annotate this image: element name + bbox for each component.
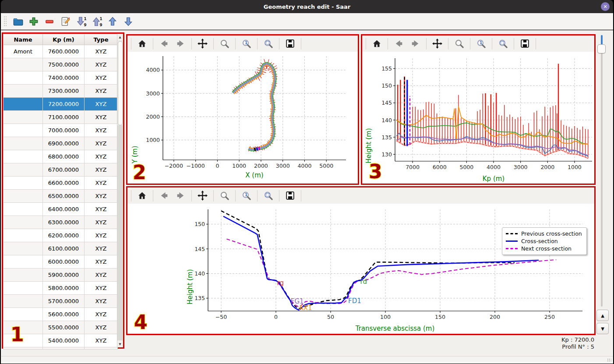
table-row[interactable]: 6200.0000XYZ — [4, 229, 118, 242]
table-row[interactable]: Amont7600.0000XYZ — [4, 45, 118, 58]
table-cell[interactable]: 6900.0000 — [43, 137, 85, 150]
table-row[interactable]: 6600.0000XYZ — [4, 177, 118, 190]
table-cell[interactable]: XYZ — [85, 269, 118, 282]
table-cell[interactable] — [4, 150, 43, 163]
add-button[interactable] — [28, 16, 39, 27]
zoom-fit-button[interactable] — [262, 190, 274, 201]
zoom-one-button[interactable]: 1 — [240, 38, 252, 49]
table-cell[interactable]: 6200.0000 — [43, 229, 85, 242]
table-cell[interactable]: XYZ — [85, 190, 118, 203]
zoom-one-button[interactable]: 1 — [475, 38, 487, 49]
profile-chart-canvas[interactable]: 7000600050004000300020001000130135140145… — [362, 52, 594, 184]
table-cell[interactable] — [4, 111, 43, 124]
zoom-button[interactable] — [219, 38, 230, 49]
table-cell[interactable]: 5600.0000 — [43, 308, 85, 321]
table-cell[interactable] — [4, 137, 43, 150]
table-row[interactable]: 5800.0000XYZ — [4, 282, 118, 295]
table-cell[interactable]: 6800.0000 — [43, 150, 85, 163]
table-row[interactable]: 5600.0000XYZ — [4, 308, 118, 321]
table-row[interactable]: 5900.0000XYZ — [4, 269, 118, 282]
zoom-fit-button[interactable] — [497, 38, 509, 49]
table-cell[interactable] — [4, 190, 43, 203]
table-cell[interactable] — [4, 71, 43, 85]
toolbar-drag-handle[interactable] — [4, 16, 7, 27]
move-down-button[interactable] — [123, 16, 134, 27]
table-cell[interactable]: 5500.0000 — [43, 321, 85, 334]
table-cell[interactable]: XYZ — [85, 124, 118, 137]
table-row[interactable]: 6000.0000XYZ — [4, 255, 118, 269]
table-cell[interactable]: XYZ — [85, 98, 118, 111]
table-cell[interactable] — [4, 308, 43, 321]
table-cell[interactable]: 7300.0000 — [43, 85, 85, 98]
table-cell[interactable]: XYZ — [85, 71, 118, 85]
table-row[interactable]: 5700.0000XYZ — [4, 295, 118, 308]
table-cell[interactable]: 5400.0000 — [43, 334, 85, 347]
table-cell[interactable]: 6300.0000 — [43, 216, 85, 229]
table-cell[interactable]: 7400.0000 — [43, 71, 85, 85]
pan-button[interactable] — [197, 190, 208, 201]
table-cell[interactable] — [4, 269, 43, 282]
table-row[interactable]: 6700.0000XYZ — [4, 163, 118, 177]
table-row[interactable]: 6400.0000XYZ — [4, 203, 118, 216]
table-cell[interactable]: XYZ — [85, 334, 118, 347]
table-cell[interactable]: 6700.0000 — [43, 163, 85, 177]
table-row[interactable]: 6100.0000XYZ — [4, 242, 118, 255]
table-cell[interactable]: XYZ — [85, 308, 118, 321]
table-cell[interactable]: 7200.0000 — [43, 98, 85, 111]
table-cell[interactable] — [4, 282, 43, 295]
profile-slider-handle[interactable] — [597, 44, 606, 53]
table-cell[interactable] — [4, 98, 43, 111]
table-cell[interactable]: 5800.0000 — [43, 282, 85, 295]
cross-section-chart-canvas[interactable]: −50050100150200250135140145150rgFG1AX1FD… — [127, 204, 594, 334]
table-cell[interactable]: 7100.0000 — [43, 111, 85, 124]
close-button[interactable]: ✕ — [601, 2, 610, 11]
table-row[interactable]: 6300.0000XYZ — [4, 216, 118, 229]
table-cell[interactable]: XYZ — [85, 203, 118, 216]
table-cell[interactable] — [4, 163, 43, 177]
zoom-button[interactable] — [453, 38, 465, 49]
table-cell[interactable]: XYZ — [85, 85, 118, 98]
table-cell[interactable]: XYZ — [85, 321, 118, 334]
back-button[interactable] — [158, 38, 170, 49]
forward-button[interactable] — [409, 38, 421, 49]
previous-profile-button[interactable]: ▲ — [596, 310, 609, 321]
table-cell[interactable]: XYZ — [85, 58, 118, 71]
back-button[interactable] — [393, 38, 405, 49]
forward-button[interactable] — [175, 38, 187, 49]
table-cell[interactable]: 6100.0000 — [43, 242, 85, 255]
home-button[interactable] — [136, 190, 148, 201]
sort-descending-button[interactable]: 1 9 — [75, 16, 87, 27]
table-cell[interactable]: 7500.0000 — [43, 58, 85, 71]
table-cell[interactable]: XYZ — [85, 177, 118, 190]
table-cell[interactable]: 6400.0000 — [43, 203, 85, 216]
scrollbar-down-button[interactable]: ▼ — [117, 341, 123, 347]
zoom-fit-button[interactable] — [262, 38, 274, 49]
table-cell[interactable] — [4, 177, 43, 190]
save-button[interactable] — [284, 190, 296, 201]
table-cell[interactable]: 6600.0000 — [43, 177, 85, 190]
table-cell[interactable] — [4, 203, 43, 216]
table-cell[interactable]: XYZ — [85, 229, 118, 242]
table-row[interactable]: 7000.0000XYZ — [4, 124, 118, 137]
table-cell[interactable] — [4, 295, 43, 308]
scrollbar-track[interactable] — [117, 125, 123, 340]
profile-slider-track[interactable] — [601, 35, 603, 307]
zoom-one-button[interactable]: 1 — [240, 190, 252, 201]
table-cell[interactable]: 5900.0000 — [43, 269, 85, 282]
table-cell[interactable]: XYZ — [85, 295, 118, 308]
table-cell[interactable]: 7600.0000 — [43, 45, 85, 58]
forward-button[interactable] — [175, 190, 187, 201]
open-button[interactable] — [12, 16, 24, 27]
scrollbar-up-button[interactable]: ▲ — [117, 34, 123, 40]
table-cell[interactable]: 5700.0000 — [43, 295, 85, 308]
table-cell[interactable]: 6500.0000 — [43, 190, 85, 203]
table-row[interactable]: 6800.0000XYZ — [4, 150, 118, 163]
table-cell[interactable]: XYZ — [85, 163, 118, 177]
back-button[interactable] — [158, 190, 170, 201]
plan-chart-canvas[interactable]: −2000−1000010002000300040005000100020003… — [127, 52, 358, 184]
save-button[interactable] — [284, 38, 296, 49]
table-cell[interactable] — [4, 58, 43, 71]
next-profile-button[interactable]: ▼ — [596, 323, 609, 334]
table-cell[interactable]: XYZ — [85, 282, 118, 295]
table-row[interactable]: 7100.0000XYZ — [4, 111, 118, 124]
